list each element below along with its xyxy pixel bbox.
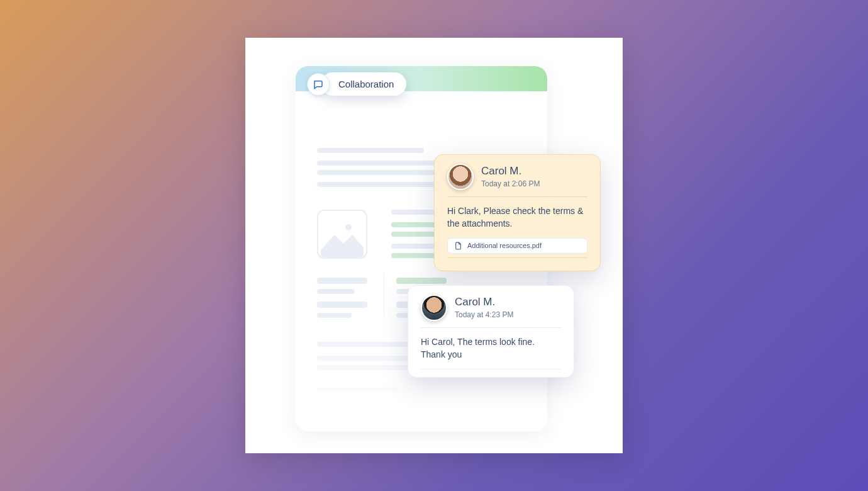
- comment-time: Today at 2:06 PM: [481, 179, 540, 188]
- attachment-name: Additional resources.pdf: [467, 242, 542, 249]
- comment-author: Carol M.: [481, 166, 540, 178]
- svg-point-1: [345, 224, 352, 230]
- collaboration-chip[interactable]: Collaboration: [307, 72, 406, 96]
- skeleton-line: [317, 387, 399, 392]
- collaboration-label: Collaboration: [321, 72, 406, 96]
- chat-icon: [307, 73, 330, 96]
- comment-body: Hi Clark, Please check the terms & the a…: [447, 197, 587, 238]
- comment-header: Carol M. Today at 4:23 PM: [421, 295, 561, 328]
- skeleton-line: [317, 148, 424, 153]
- avatar: [421, 295, 447, 321]
- comment-attachment[interactable]: Additional resources.pdf: [447, 238, 587, 254]
- image-placeholder-icon: [317, 210, 367, 259]
- skeleton-line: [317, 278, 367, 284]
- skeleton-line: [317, 313, 352, 318]
- comment-time: Today at 4:23 PM: [455, 310, 513, 319]
- comment-card-clark[interactable]: Carol M. Today at 4:23 PM Hi Carol, The …: [408, 285, 574, 378]
- page-background: Collaboration Carol M. Today at 2:06 PM …: [0, 0, 868, 491]
- divider: [384, 274, 384, 318]
- skeleton-line: [317, 289, 355, 294]
- skeleton-line: [396, 278, 447, 284]
- file-icon: [454, 242, 462, 250]
- comment-body: Hi Carol, The terms look fine. Thank you: [421, 328, 561, 370]
- skeleton-line: [317, 302, 367, 308]
- comment-footer-divider: [447, 257, 587, 263]
- avatar: [447, 164, 474, 190]
- outer-card: Collaboration Carol M. Today at 2:06 PM …: [245, 38, 623, 453]
- comment-card-carol[interactable]: Carol M. Today at 2:06 PM Hi Clark, Plea…: [434, 154, 601, 271]
- comment-author: Carol M.: [455, 296, 513, 308]
- comment-header: Carol M. Today at 2:06 PM: [447, 164, 587, 197]
